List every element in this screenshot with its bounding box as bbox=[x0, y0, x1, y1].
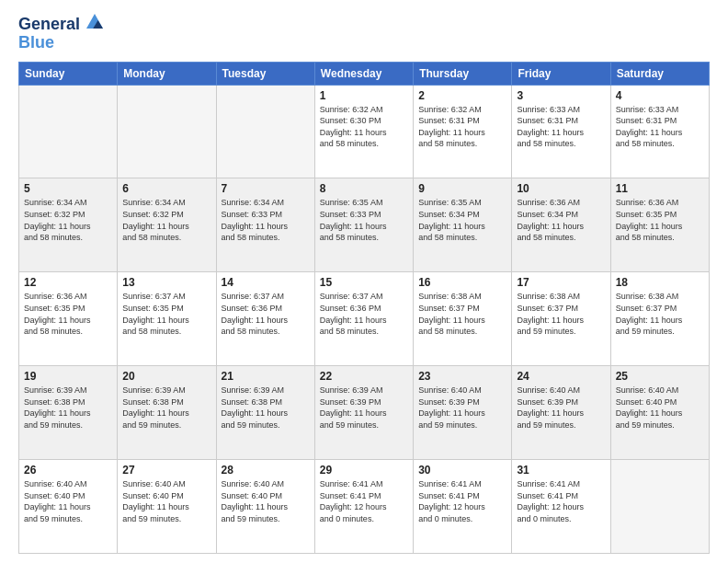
calendar-day-cell: 15Sunrise: 6:37 AMSunset: 6:36 PMDayligh… bbox=[314, 272, 413, 366]
day-number: 2 bbox=[418, 89, 506, 102]
calendar-day-cell: 29Sunrise: 6:41 AMSunset: 6:41 PMDayligh… bbox=[314, 460, 413, 554]
day-number: 26 bbox=[24, 464, 112, 477]
day-info: Sunrise: 6:34 AMSunset: 6:32 PMDaylight:… bbox=[24, 197, 112, 243]
logo-text: General bbox=[18, 15, 103, 34]
calendar-day-cell: 6Sunrise: 6:34 AMSunset: 6:32 PMDaylight… bbox=[118, 178, 216, 272]
calendar-day-cell: 8Sunrise: 6:35 AMSunset: 6:33 PMDaylight… bbox=[314, 178, 413, 272]
day-info: Sunrise: 6:40 AMSunset: 6:39 PMDaylight:… bbox=[418, 385, 506, 431]
calendar-day-cell: 5Sunrise: 6:34 AMSunset: 6:32 PMDaylight… bbox=[19, 178, 118, 272]
header: General Blue bbox=[18, 15, 710, 52]
calendar-day-cell: 20Sunrise: 6:39 AMSunset: 6:38 PMDayligh… bbox=[118, 366, 216, 460]
calendar-day-cell: 24Sunrise: 6:40 AMSunset: 6:39 PMDayligh… bbox=[512, 366, 610, 460]
day-info: Sunrise: 6:40 AMSunset: 6:40 PMDaylight:… bbox=[122, 478, 210, 524]
day-info: Sunrise: 6:36 AMSunset: 6:35 PMDaylight:… bbox=[616, 197, 704, 243]
day-number: 6 bbox=[122, 182, 210, 195]
calendar-day-cell: 30Sunrise: 6:41 AMSunset: 6:41 PMDayligh… bbox=[414, 460, 512, 554]
day-number: 4 bbox=[616, 89, 704, 102]
day-number: 13 bbox=[122, 276, 210, 289]
calendar-day-cell bbox=[216, 85, 314, 178]
day-number: 25 bbox=[616, 370, 704, 383]
calendar-day-cell: 7Sunrise: 6:34 AMSunset: 6:33 PMDaylight… bbox=[216, 178, 314, 272]
day-number: 23 bbox=[418, 370, 506, 383]
logo-blue-text: Blue bbox=[18, 34, 103, 52]
calendar-day-cell: 18Sunrise: 6:38 AMSunset: 6:37 PMDayligh… bbox=[610, 272, 709, 366]
day-number: 16 bbox=[418, 276, 506, 289]
weekday-header-friday: Friday bbox=[512, 62, 610, 85]
calendar-day-cell: 1Sunrise: 6:32 AMSunset: 6:30 PMDaylight… bbox=[314, 85, 413, 178]
calendar-day-cell: 25Sunrise: 6:40 AMSunset: 6:40 PMDayligh… bbox=[610, 366, 709, 460]
calendar-day-cell: 10Sunrise: 6:36 AMSunset: 6:34 PMDayligh… bbox=[512, 178, 610, 272]
day-number: 28 bbox=[222, 464, 310, 477]
day-number: 14 bbox=[222, 276, 310, 289]
day-number: 15 bbox=[320, 276, 408, 289]
day-info: Sunrise: 6:37 AMSunset: 6:35 PMDaylight:… bbox=[122, 291, 210, 337]
calendar-day-cell: 11Sunrise: 6:36 AMSunset: 6:35 PMDayligh… bbox=[610, 178, 709, 272]
day-number: 31 bbox=[517, 464, 605, 477]
day-info: Sunrise: 6:41 AMSunset: 6:41 PMDaylight:… bbox=[320, 478, 408, 524]
day-number: 3 bbox=[517, 89, 605, 102]
calendar-week-row: 26Sunrise: 6:40 AMSunset: 6:40 PMDayligh… bbox=[19, 460, 710, 554]
day-info: Sunrise: 6:40 AMSunset: 6:39 PMDaylight:… bbox=[517, 385, 605, 431]
day-number: 7 bbox=[222, 182, 310, 195]
weekday-header-row: SundayMondayTuesdayWednesdayThursdayFrid… bbox=[19, 62, 710, 85]
day-info: Sunrise: 6:34 AMSunset: 6:33 PMDaylight:… bbox=[222, 197, 310, 243]
day-number: 1 bbox=[320, 89, 408, 102]
day-info: Sunrise: 6:33 AMSunset: 6:31 PMDaylight:… bbox=[517, 104, 605, 150]
calendar-day-cell: 2Sunrise: 6:32 AMSunset: 6:31 PMDaylight… bbox=[414, 85, 512, 178]
day-number: 11 bbox=[616, 182, 704, 195]
calendar-day-cell: 19Sunrise: 6:39 AMSunset: 6:38 PMDayligh… bbox=[19, 366, 118, 460]
day-info: Sunrise: 6:39 AMSunset: 6:38 PMDaylight:… bbox=[222, 385, 310, 431]
day-info: Sunrise: 6:40 AMSunset: 6:40 PMDaylight:… bbox=[616, 385, 704, 431]
logo: General Blue bbox=[18, 15, 103, 52]
day-number: 8 bbox=[320, 182, 408, 195]
day-info: Sunrise: 6:38 AMSunset: 6:37 PMDaylight:… bbox=[616, 291, 704, 337]
day-info: Sunrise: 6:39 AMSunset: 6:38 PMDaylight:… bbox=[24, 385, 112, 431]
calendar-week-row: 1Sunrise: 6:32 AMSunset: 6:30 PMDaylight… bbox=[19, 85, 710, 178]
calendar-table: SundayMondayTuesdayWednesdayThursdayFrid… bbox=[18, 62, 710, 554]
day-info: Sunrise: 6:32 AMSunset: 6:31 PMDaylight:… bbox=[418, 104, 506, 150]
day-number: 12 bbox=[24, 276, 112, 289]
calendar-week-row: 5Sunrise: 6:34 AMSunset: 6:32 PMDaylight… bbox=[19, 178, 710, 272]
calendar-day-cell: 16Sunrise: 6:38 AMSunset: 6:37 PMDayligh… bbox=[414, 272, 512, 366]
day-info: Sunrise: 6:40 AMSunset: 6:40 PMDaylight:… bbox=[222, 478, 310, 524]
day-info: Sunrise: 6:38 AMSunset: 6:37 PMDaylight:… bbox=[418, 291, 506, 337]
weekday-header-saturday: Saturday bbox=[610, 62, 709, 85]
day-info: Sunrise: 6:41 AMSunset: 6:41 PMDaylight:… bbox=[418, 478, 506, 524]
calendar-day-cell: 28Sunrise: 6:40 AMSunset: 6:40 PMDayligh… bbox=[216, 460, 314, 554]
calendar-week-row: 12Sunrise: 6:36 AMSunset: 6:35 PMDayligh… bbox=[19, 272, 710, 366]
day-info: Sunrise: 6:39 AMSunset: 6:38 PMDaylight:… bbox=[122, 385, 210, 431]
calendar-day-cell: 9Sunrise: 6:35 AMSunset: 6:34 PMDaylight… bbox=[414, 178, 512, 272]
day-number: 17 bbox=[517, 276, 605, 289]
calendar-day-cell: 23Sunrise: 6:40 AMSunset: 6:39 PMDayligh… bbox=[414, 366, 512, 460]
day-info: Sunrise: 6:36 AMSunset: 6:34 PMDaylight:… bbox=[517, 197, 605, 243]
weekday-header-sunday: Sunday bbox=[19, 62, 118, 85]
page: General Blue SundayMondayTuesdayWednesda… bbox=[0, 0, 728, 563]
logo-icon bbox=[86, 13, 103, 29]
day-number: 22 bbox=[320, 370, 408, 383]
day-number: 27 bbox=[122, 464, 210, 477]
calendar-day-cell: 12Sunrise: 6:36 AMSunset: 6:35 PMDayligh… bbox=[19, 272, 118, 366]
weekday-header-thursday: Thursday bbox=[414, 62, 512, 85]
day-info: Sunrise: 6:36 AMSunset: 6:35 PMDaylight:… bbox=[24, 291, 112, 337]
day-info: Sunrise: 6:38 AMSunset: 6:37 PMDaylight:… bbox=[517, 291, 605, 337]
calendar-day-cell: 31Sunrise: 6:41 AMSunset: 6:41 PMDayligh… bbox=[512, 460, 610, 554]
day-info: Sunrise: 6:37 AMSunset: 6:36 PMDaylight:… bbox=[320, 291, 408, 337]
calendar-day-cell bbox=[610, 460, 709, 554]
day-info: Sunrise: 6:32 AMSunset: 6:30 PMDaylight:… bbox=[320, 104, 408, 150]
day-info: Sunrise: 6:34 AMSunset: 6:32 PMDaylight:… bbox=[122, 197, 210, 243]
calendar-week-row: 19Sunrise: 6:39 AMSunset: 6:38 PMDayligh… bbox=[19, 366, 710, 460]
day-number: 24 bbox=[517, 370, 605, 383]
day-number: 18 bbox=[616, 276, 704, 289]
calendar-day-cell: 13Sunrise: 6:37 AMSunset: 6:35 PMDayligh… bbox=[118, 272, 216, 366]
day-info: Sunrise: 6:33 AMSunset: 6:31 PMDaylight:… bbox=[616, 104, 704, 150]
calendar-day-cell: 21Sunrise: 6:39 AMSunset: 6:38 PMDayligh… bbox=[216, 366, 314, 460]
day-number: 30 bbox=[418, 464, 506, 477]
day-info: Sunrise: 6:41 AMSunset: 6:41 PMDaylight:… bbox=[517, 478, 605, 524]
day-number: 5 bbox=[24, 182, 112, 195]
day-info: Sunrise: 6:37 AMSunset: 6:36 PMDaylight:… bbox=[222, 291, 310, 337]
day-number: 20 bbox=[122, 370, 210, 383]
day-info: Sunrise: 6:39 AMSunset: 6:39 PMDaylight:… bbox=[320, 385, 408, 431]
calendar-day-cell: 4Sunrise: 6:33 AMSunset: 6:31 PMDaylight… bbox=[610, 85, 709, 178]
calendar-day-cell: 14Sunrise: 6:37 AMSunset: 6:36 PMDayligh… bbox=[216, 272, 314, 366]
day-info: Sunrise: 6:35 AMSunset: 6:34 PMDaylight:… bbox=[418, 197, 506, 243]
